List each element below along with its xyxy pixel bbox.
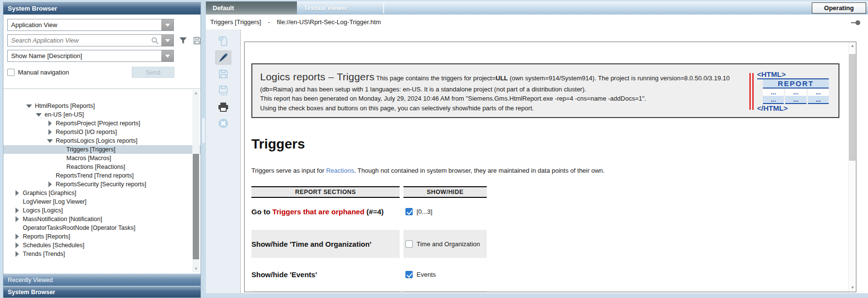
tree-item-label: ReportsProject [Project reports] bbox=[56, 120, 140, 127]
expander-icon[interactable] bbox=[47, 181, 53, 187]
breadcrumb-separator: - bbox=[268, 18, 270, 26]
logo-cell: ... bbox=[808, 89, 829, 96]
save-icon[interactable] bbox=[215, 67, 232, 81]
view-selector-dropdown[interactable]: Application View bbox=[7, 19, 174, 31]
tree-item[interactable]: LogViewer [Log Viewer] bbox=[3, 197, 201, 206]
expander-icon[interactable] bbox=[14, 234, 20, 239]
logo-cell: ... bbox=[763, 89, 784, 96]
tree-item[interactable]: Reports [Reports] bbox=[3, 232, 201, 241]
expander-icon[interactable] bbox=[14, 216, 20, 222]
search-chevron-down-icon[interactable] bbox=[161, 35, 173, 46]
tree-item[interactable]: MassNotification [Notification] bbox=[3, 215, 201, 224]
scroll-up-icon[interactable]: ▲ bbox=[192, 90, 200, 97]
scroll-down-icon[interactable]: ▼ bbox=[192, 266, 200, 272]
send-button[interactable]: Send bbox=[132, 67, 174, 78]
scrollbar-thumb[interactable] bbox=[849, 54, 855, 161]
search-box bbox=[7, 34, 174, 46]
tree-item-label: Reports [Reports] bbox=[23, 233, 70, 240]
expander-icon[interactable] bbox=[26, 103, 32, 109]
tab-textual-viewer[interactable]: Textual Viewer bbox=[297, 1, 383, 15]
tree-item[interactable]: ReportsLogics [Logics reports] bbox=[3, 136, 201, 145]
navigation-tree: HtmlReports [Reports]en-US [en-US]Report… bbox=[3, 89, 201, 273]
tree-item[interactable]: Reactions [Reactions] bbox=[3, 163, 201, 171]
tree-item-label: OperatorTasksRootNode [Operator Tasks] bbox=[23, 224, 136, 231]
report-scrollbar[interactable]: ▲ ▼ bbox=[848, 42, 856, 292]
pin-icon[interactable] bbox=[851, 19, 861, 26]
tree-item[interactable]: OperatorTasksRootNode [Operator Tasks] bbox=[3, 224, 201, 232]
section-label-cell: Show/hide 'Events' bbox=[251, 264, 400, 285]
tab-default[interactable]: Default bbox=[206, 1, 297, 15]
intro-paragraph: Triggers serve as input for Reactions. T… bbox=[251, 167, 839, 174]
expander-icon bbox=[14, 199, 20, 205]
tree-item-label: Schedules [Schedules] bbox=[23, 242, 84, 249]
filter-icon[interactable] bbox=[178, 36, 188, 45]
table-row-partial bbox=[251, 291, 487, 292]
report-toolbar bbox=[206, 30, 241, 293]
reactions-link[interactable]: Reactions bbox=[326, 167, 354, 174]
bottom-strip bbox=[206, 293, 868, 298]
expander-icon[interactable] bbox=[47, 138, 53, 144]
splitter-handle[interactable] bbox=[202, 118, 205, 143]
save-as-icon[interactable] bbox=[215, 83, 232, 98]
tree-item[interactable]: en-US [en-US] bbox=[3, 110, 201, 119]
logo-red-bars-icon bbox=[749, 73, 754, 110]
expander-icon[interactable] bbox=[47, 129, 53, 135]
tree-item[interactable]: Triggers [Triggers] bbox=[3, 145, 201, 154]
expander-icon[interactable] bbox=[14, 208, 20, 213]
tree-item-label: ReportsSecurity [Security reports] bbox=[56, 181, 146, 188]
display-mode-dropdown[interactable]: Show Name [Description] bbox=[7, 50, 174, 62]
manual-navigation-checkbox[interactable] bbox=[7, 69, 15, 76]
tree-item-label: Graphics [Graphics] bbox=[23, 190, 76, 196]
tree-item[interactable]: Graphics [Graphics] bbox=[3, 189, 201, 197]
operating-button[interactable]: Operating bbox=[812, 2, 866, 14]
tree-item[interactable]: ReportsSecurity [Security reports] bbox=[3, 180, 201, 189]
logo-cell: ... bbox=[785, 89, 806, 96]
chevron-down-icon[interactable] bbox=[161, 19, 173, 30]
tree-item[interactable]: ReportsIO [I/O reports] bbox=[3, 128, 201, 136]
expander-icon[interactable] bbox=[14, 242, 20, 248]
orphaned-triggers-link[interactable]: Triggers that are orphaned bbox=[272, 208, 364, 216]
show-hide-checkbox[interactable] bbox=[405, 240, 413, 248]
expander-icon[interactable] bbox=[36, 112, 42, 118]
breadcrumb: Triggers [Triggers] - file://en-US\Rprt-… bbox=[206, 15, 868, 30]
panel-splitter[interactable] bbox=[201, 0, 206, 298]
tree-scrollbar[interactable]: ▲ ▼ bbox=[192, 90, 200, 272]
scroll-up-icon[interactable]: ▲ bbox=[849, 42, 856, 50]
expander-icon[interactable] bbox=[14, 251, 20, 257]
section-label-text: Show/hide 'Events' bbox=[251, 270, 317, 279]
search-icon[interactable] bbox=[151, 36, 159, 45]
tab-bar: Default Textual Viewer Operating bbox=[206, 1, 868, 15]
report-header-box: Logics reports – Triggers This page cont… bbox=[251, 63, 839, 118]
chevron-down-icon[interactable] bbox=[161, 50, 173, 61]
tree-item-label: Reactions [Reactions] bbox=[66, 164, 125, 170]
scroll-down-icon[interactable]: ▼ bbox=[849, 284, 856, 292]
recently-viewed-bar[interactable]: Recently Viewed bbox=[3, 273, 201, 286]
tree-item-label: Logics [Logics] bbox=[23, 207, 63, 214]
expander-icon[interactable] bbox=[14, 190, 20, 196]
section-label-cell: Go to Triggers that are orphaned (#=4) bbox=[251, 198, 400, 225]
scrollbar-thumb[interactable] bbox=[193, 154, 199, 259]
print-icon[interactable] bbox=[215, 100, 232, 114]
tree-item[interactable]: Trends [Trends] bbox=[3, 250, 201, 258]
report-viewer-panel: Default Textual Viewer Operating Trigger… bbox=[206, 0, 868, 298]
manual-navigation-label: Manual navigation bbox=[18, 69, 132, 76]
expander-icon bbox=[58, 155, 63, 161]
search-input[interactable] bbox=[8, 37, 151, 44]
tree-item[interactable]: Logics [Logics] bbox=[3, 206, 201, 215]
tree-item[interactable]: HtmlReports [Reports] bbox=[3, 102, 201, 110]
show-hide-checkbox[interactable] bbox=[405, 208, 413, 215]
cancel-icon[interactable] bbox=[215, 116, 232, 131]
column-header: REPORT SECTIONS bbox=[251, 186, 400, 198]
save-view-icon[interactable] bbox=[192, 36, 202, 45]
page-title: Triggers bbox=[251, 136, 839, 152]
edit-pen-icon[interactable] bbox=[215, 50, 232, 65]
show-hide-checkbox[interactable] bbox=[405, 271, 413, 278]
tree-item[interactable]: ReportsProject [Project reports] bbox=[3, 119, 201, 128]
system-browser-bar[interactable]: System Browser bbox=[3, 286, 201, 298]
expander-icon[interactable] bbox=[47, 120, 53, 126]
add-document-icon[interactable] bbox=[215, 34, 232, 48]
tree-item[interactable]: Macros [Macros] bbox=[3, 154, 201, 163]
tree-item[interactable]: Schedules [Schedules] bbox=[3, 241, 201, 250]
tree-item[interactable]: ReportsTrend [Trend reports] bbox=[3, 171, 201, 180]
column-header: SHOW/HIDE bbox=[403, 186, 487, 198]
